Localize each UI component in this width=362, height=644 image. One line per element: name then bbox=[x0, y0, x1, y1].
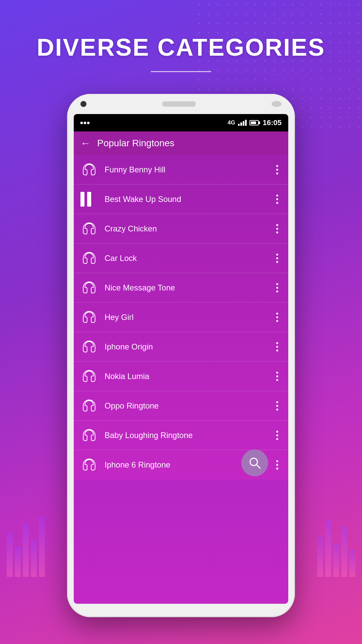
more-dot bbox=[276, 287, 278, 289]
headphone-icon bbox=[80, 220, 98, 237]
search-fab-button[interactable] bbox=[241, 449, 268, 476]
svg-line-1 bbox=[256, 465, 260, 468]
battery-fill bbox=[251, 121, 256, 124]
list-item[interactable]: Car Lock bbox=[74, 244, 288, 273]
more-dot bbox=[276, 375, 278, 377]
headphone-icon bbox=[80, 368, 98, 385]
more-dot bbox=[276, 165, 278, 167]
more-dot bbox=[276, 379, 278, 381]
more-dot bbox=[276, 320, 278, 322]
app-bar: ← Popular Ringtones bbox=[74, 131, 288, 155]
time-display: 16:05 bbox=[263, 118, 282, 127]
eq-bar bbox=[15, 547, 21, 577]
dot1 bbox=[80, 122, 83, 124]
more-dot bbox=[276, 231, 278, 233]
more-button[interactable] bbox=[273, 398, 282, 414]
battery-tip bbox=[259, 121, 260, 124]
status-right: 4G 16:05 bbox=[228, 118, 282, 127]
status-left bbox=[80, 122, 89, 124]
eq-bar bbox=[317, 537, 323, 577]
signal-bar4 bbox=[245, 120, 247, 126]
notification-dots bbox=[80, 122, 89, 124]
more-button[interactable] bbox=[273, 427, 282, 443]
more-dot bbox=[276, 431, 278, 433]
more-button[interactable] bbox=[273, 457, 282, 473]
ringtone-list: Funny Benny Hill Best Wake Up Sound bbox=[74, 155, 288, 480]
eq-bar bbox=[23, 523, 29, 577]
more-button[interactable] bbox=[273, 221, 282, 237]
headphone-icon bbox=[80, 250, 98, 267]
list-item[interactable]: Crazy Chicken bbox=[74, 214, 288, 244]
list-item[interactable]: Iphone 6 Ringtone bbox=[74, 450, 288, 480]
list-item[interactable]: Nokia Lumia bbox=[74, 362, 288, 391]
pause-icon bbox=[80, 191, 98, 208]
more-dot bbox=[276, 202, 278, 204]
pause-bar1 bbox=[80, 192, 84, 207]
pause-bar2 bbox=[87, 192, 91, 207]
more-button[interactable] bbox=[273, 280, 282, 296]
more-button[interactable] bbox=[273, 162, 282, 178]
eq-bar bbox=[341, 527, 347, 577]
headphone-icon bbox=[80, 338, 98, 356]
header-section: DIVERSE CATEGORIES bbox=[0, 34, 362, 72]
more-button[interactable] bbox=[273, 309, 282, 325]
more-dot bbox=[276, 464, 278, 466]
eq-bar bbox=[31, 540, 37, 577]
more-dot bbox=[276, 254, 278, 256]
header-divider bbox=[151, 71, 211, 72]
list-item[interactable]: Funny Benny Hill bbox=[74, 155, 288, 184]
signal-icon bbox=[238, 120, 247, 126]
back-button[interactable]: ← bbox=[80, 138, 90, 149]
list-item[interactable]: Iphone Origin bbox=[74, 332, 288, 362]
ringtone-name: Nokia Lumia bbox=[105, 372, 273, 381]
more-dot bbox=[276, 261, 278, 263]
ringtone-name: Hey Girl bbox=[105, 313, 273, 322]
more-dot bbox=[276, 434, 278, 436]
more-button[interactable] bbox=[273, 339, 282, 355]
more-dot bbox=[276, 350, 278, 352]
headphone-icon bbox=[80, 309, 98, 326]
eq-bars-left bbox=[7, 517, 45, 577]
list-item[interactable]: Nice Message Tone bbox=[74, 273, 288, 303]
list-item[interactable]: Hey Girl bbox=[74, 303, 288, 332]
signal-bar3 bbox=[243, 121, 244, 126]
more-dot bbox=[276, 169, 278, 171]
more-dot bbox=[276, 198, 278, 200]
phone-sensor bbox=[272, 101, 282, 107]
app-bar-title: Popular Ringtones bbox=[97, 138, 174, 149]
eq-bar bbox=[333, 543, 339, 577]
more-dot bbox=[276, 257, 278, 259]
more-dot bbox=[276, 409, 278, 411]
more-button[interactable] bbox=[273, 191, 282, 207]
battery-icon bbox=[249, 120, 260, 125]
more-button[interactable] bbox=[273, 368, 282, 384]
list-item[interactable]: Best Wake Up Sound bbox=[74, 184, 288, 214]
ringtone-name: Nice Message Tone bbox=[105, 283, 273, 292]
phone-top-bar bbox=[67, 94, 295, 114]
dot3 bbox=[87, 122, 89, 124]
phone-camera bbox=[80, 101, 86, 107]
page-title: DIVERSE CATEGORIES bbox=[0, 34, 362, 61]
headphone-icon bbox=[80, 456, 98, 474]
more-dot bbox=[276, 346, 278, 348]
eq-bar bbox=[325, 520, 331, 577]
eq-bar bbox=[39, 517, 45, 577]
more-dot bbox=[276, 283, 278, 285]
more-dot bbox=[276, 401, 278, 403]
headphone-icon bbox=[80, 279, 98, 297]
more-dot bbox=[276, 172, 278, 174]
ringtone-name: Iphone Origin bbox=[105, 342, 273, 352]
more-button[interactable] bbox=[273, 250, 282, 266]
more-dot bbox=[276, 438, 278, 440]
more-dot bbox=[276, 468, 278, 470]
phone-mockup: 4G 16:05 ← Popular Ringtones bbox=[67, 94, 295, 617]
dot2 bbox=[84, 122, 86, 124]
headphone-icon bbox=[80, 397, 98, 415]
network-type: 4G bbox=[228, 119, 235, 126]
list-item[interactable]: Oppo Ringtone bbox=[74, 391, 288, 421]
battery-body bbox=[249, 120, 259, 125]
phone-screen: 4G 16:05 ← Popular Ringtones bbox=[74, 114, 288, 604]
more-dot bbox=[276, 224, 278, 226]
ringtone-name: Funny Benny Hill bbox=[105, 165, 273, 174]
list-item[interactable]: Baby Loughing Ringtone bbox=[74, 421, 288, 450]
